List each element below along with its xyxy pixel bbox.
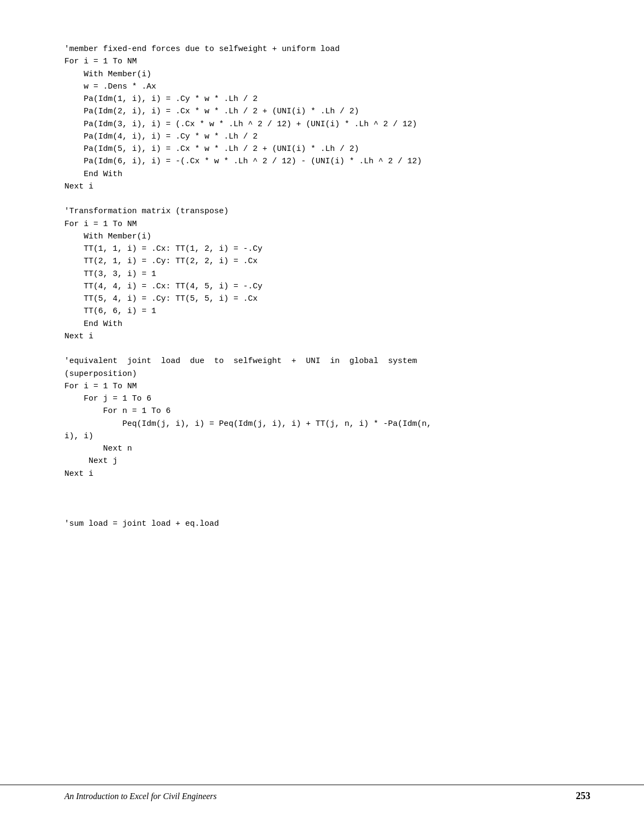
code-content: 'member fixed-end forces due to selfweig… xyxy=(64,43,590,530)
footer-title: An Introduction to Excel for Civil Engin… xyxy=(64,792,217,801)
page: 'member fixed-end forces due to selfweig… xyxy=(0,0,644,834)
footer: An Introduction to Excel for Civil Engin… xyxy=(0,785,644,802)
footer-page-number: 253 xyxy=(576,791,590,802)
